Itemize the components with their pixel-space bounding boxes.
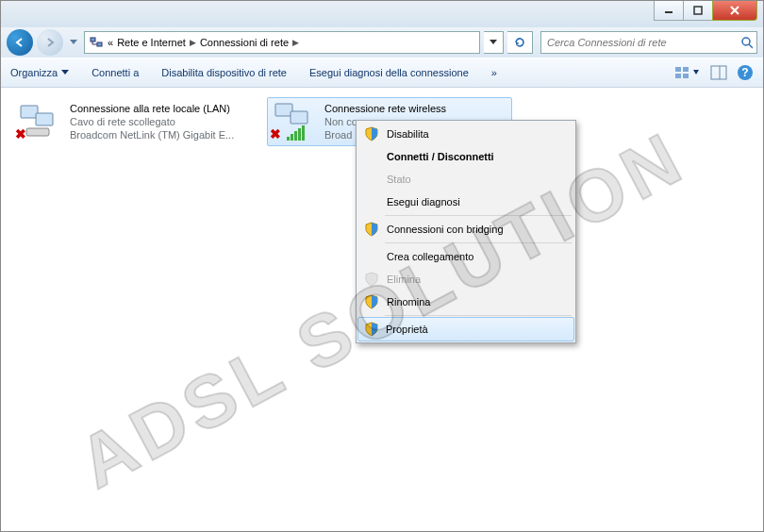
error-badge-icon: ✖ [270,126,281,141]
svg-rect-21 [275,104,292,116]
preview-pane-button[interactable] [710,64,727,81]
svg-text:?: ? [741,66,748,79]
chevron-right-icon[interactable]: ▶ [190,38,196,47]
search-input[interactable] [545,36,740,49]
item-status: Cavo di rete scollegato [70,115,234,128]
cmd-label: » [491,67,497,78]
ctx-label: Stato [387,174,411,185]
titlebar [1,1,763,27]
cmd-label: Esegui diagnosi della connessione [309,67,469,78]
ctx-label: Crea collegamento [387,251,473,262]
ctx-separator [385,215,572,216]
maximize-button[interactable] [683,1,713,21]
ctx-label: Elimina [387,274,421,285]
ctx-label: Esegui diagnosi [387,196,460,208]
shield-icon [364,222,379,237]
cmd-label: Disabilita dispositivo di rete [161,67,287,78]
command-bar: Organizza Connetti a Disabilita disposit… [1,58,763,88]
ctx-separator [385,242,572,243]
svg-rect-1 [694,7,702,14]
breadcrumb-bar[interactable]: « Rete e Internet ▶ Connessioni di rete … [84,31,480,54]
svg-point-8 [742,38,750,45]
minimize-button[interactable] [654,1,684,21]
overflow-cmd[interactable]: » [491,67,497,78]
ctx-separator [385,315,572,316]
ctx-disable[interactable]: Disabilita [358,123,573,145]
wireless-icon: ✖ [272,102,317,140]
search-icon [740,36,753,49]
ctx-label: Disabilita [387,128,429,140]
svg-rect-20 [26,128,49,136]
cmd-label: Connetti a [91,67,139,78]
shield-icon [364,294,379,309]
help-button[interactable]: ? [737,64,754,81]
signal-bars-icon [287,127,305,141]
organize-menu[interactable]: Organizza [10,67,69,78]
lan-icon: ✖ [17,102,62,140]
breadcrumb-item[interactable]: Rete e Internet [117,37,186,48]
item-title: Connessione alla rete locale (LAN) [70,102,234,115]
content-area: ✖ Connessione alla rete locale (LAN) Cav… [1,88,763,531]
view-button[interactable] [674,64,701,81]
error-badge-icon: ✖ [15,126,26,141]
svg-rect-11 [675,74,681,78]
ctx-rename[interactable]: Rinomina [358,291,573,313]
svg-rect-19 [36,113,53,125]
explorer-window: « Rete e Internet ▶ Connessioni di rete … [0,0,764,532]
item-title: Connessione rete wireless [324,102,446,115]
diagnose-cmd[interactable]: Esegui diagnosi della connessione [309,67,469,78]
ctx-connect[interactable]: Connetti / Disconnetti [358,145,573,168]
ctx-properties[interactable]: Proprietà [357,317,574,341]
svg-rect-13 [683,74,689,78]
ctx-label: Proprietà [386,324,428,335]
nav-history-dropdown[interactable] [67,30,80,55]
nav-forward-button[interactable] [37,29,63,56]
ctx-diagnose[interactable]: Esegui diagnosi [358,191,573,213]
ctx-label: Connetti / Disconnetti [387,151,494,162]
breadcrumb-overflow[interactable]: « [108,37,113,48]
ctx-state: Stato [358,168,573,191]
ctx-shortcut[interactable]: Crea collegamento [358,245,573,268]
svg-rect-22 [291,111,307,124]
shield-icon [364,126,379,141]
network-icon [89,35,104,50]
breadcrumb-item[interactable]: Connessioni di rete [200,37,289,48]
svg-rect-10 [675,67,681,72]
cmd-label: Organizza [10,67,58,78]
ctx-label: Connessioni con bridging [387,224,504,235]
ctx-bridge[interactable]: Connessioni con bridging [358,218,573,241]
shield-icon [364,272,379,287]
svg-line-9 [749,44,753,48]
context-menu: Disabilita Connetti / Disconnetti Stato … [356,120,576,343]
svg-rect-5 [97,42,102,46]
search-box[interactable] [540,31,757,54]
svg-rect-12 [683,67,689,72]
connection-item-lan[interactable]: ✖ Connessione alla rete locale (LAN) Cav… [12,97,257,146]
nav-back-button[interactable] [7,29,33,56]
close-button[interactable] [712,1,757,21]
item-device: Broadcom NetLink (TM) Gigabit E... [70,128,234,141]
disable-device-cmd[interactable]: Disabilita dispositivo di rete [161,67,287,78]
shield-icon [364,322,379,337]
svg-rect-4 [91,38,95,42]
address-dropdown[interactable] [484,31,504,54]
connect-to-cmd[interactable]: Connetti a [91,67,139,78]
svg-rect-14 [711,66,726,79]
refresh-button[interactable] [507,31,533,54]
ctx-label: Rinomina [387,296,430,308]
ctx-delete: Elimina [358,268,573,291]
chevron-right-icon[interactable]: ▶ [292,38,299,47]
address-bar: « Rete e Internet ▶ Connessioni di rete … [1,27,763,58]
svg-rect-18 [21,106,38,118]
